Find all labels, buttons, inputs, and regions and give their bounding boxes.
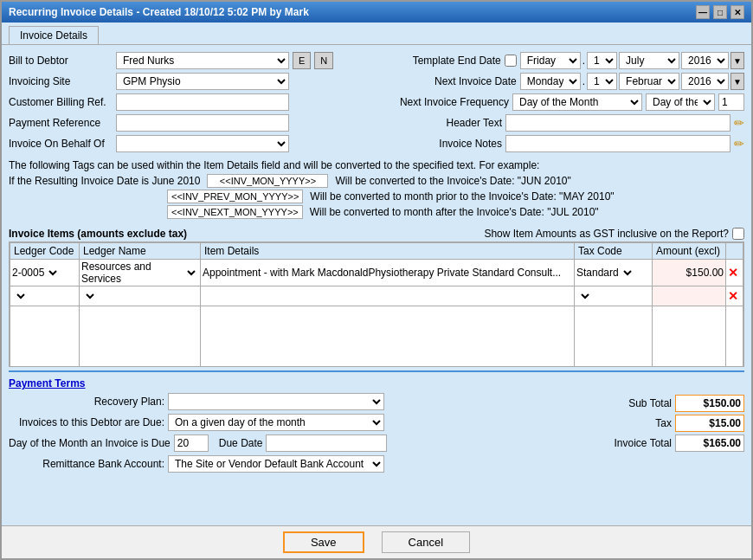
tab-bar: Invoice Details	[2, 23, 751, 45]
invoice-total-row: Invoice Total	[571, 434, 744, 452]
due-date-input[interactable]	[266, 434, 387, 452]
btn-n[interactable]: N	[314, 52, 333, 69]
header-text-edit-icon[interactable]: ✏	[734, 116, 744, 130]
close-button[interactable]: ✕	[730, 5, 744, 19]
title-controls: — □ ✕	[696, 5, 744, 19]
payment-right: Sub Total Tax Invoice Total	[571, 377, 744, 476]
template-end-date-day-select[interactable]: Friday	[520, 52, 581, 69]
maximize-button[interactable]: □	[713, 5, 727, 19]
customer-billing-input[interactable]	[116, 93, 289, 111]
next-invoice-date-label: Next Invoice Date	[404, 75, 517, 87]
cell-amount-0[interactable]: $150.00	[653, 260, 726, 286]
template-end-date-checkbox[interactable]	[505, 55, 517, 67]
payment-ref-input[interactable]	[116, 114, 289, 132]
cell-amount-1[interactable]	[653, 286, 726, 306]
tax-value[interactable]	[675, 415, 744, 432]
next-invoice-date-month-select[interactable]: February	[619, 73, 679, 90]
cancel-button[interactable]: Cancel	[382, 531, 470, 553]
next-invoice-freq-num[interactable]	[718, 93, 744, 111]
ledger-name-dropdown-0[interactable]: ▼	[183, 264, 198, 281]
template-end-date-num-select[interactable]: 1	[587, 52, 617, 69]
tax-code-value-0: Standard	[576, 267, 619, 279]
row-customer-billing: Customer Billing Ref. Next Invoice Frequ…	[9, 93, 744, 111]
tag-row-2: <<INV_NEXT_MON_YYYY>> Will be converted …	[9, 205, 744, 219]
col-delete	[726, 243, 743, 260]
invoice-notes-edit-icon[interactable]: ✏	[734, 137, 744, 151]
invoices-due-select[interactable]: On a given day of the month	[168, 414, 384, 431]
items-table-header-row: Ledger Code Ledger Name Item Details Tax…	[10, 243, 743, 260]
btn-e[interactable]: E	[293, 52, 311, 69]
next-invoice-date-day-select[interactable]: Monday	[520, 73, 581, 90]
ledger-name-value-0: Resources and Services	[81, 261, 183, 285]
next-invoice-freq-label: Next Invoice Frequency	[379, 96, 509, 108]
ledger-code-dropdown-1[interactable]: ▼	[12, 287, 28, 305]
items-header: Invoice Items (amounts exclude tax) Show…	[9, 228, 744, 240]
col-ledger-code: Ledger Code	[10, 243, 80, 260]
template-end-date-month-select[interactable]: July	[619, 52, 679, 69]
row-bill-to-debtor: Bill to Debtor Fred Nurks E N Template E…	[9, 52, 744, 69]
invoice-on-behalf-select[interactable]	[116, 135, 289, 152]
cell-tax-code-0: Standard ▼	[575, 260, 653, 286]
recovery-plan-label: Recovery Plan:	[9, 396, 164, 408]
cell-item-details-1[interactable]	[201, 286, 575, 306]
cell-ledger-code-1: ▼	[10, 286, 80, 306]
invoice-notes-input[interactable]	[505, 135, 730, 152]
tax-code-dropdown-1[interactable]: ▼	[576, 287, 592, 305]
sub-total-row: Sub Total	[571, 395, 744, 412]
main-content: Bill to Debtor Fred Nurks E N Template E…	[2, 45, 751, 525]
payment-terms-title[interactable]: Payment Terms	[9, 377, 85, 389]
day-of-month-input[interactable]	[174, 434, 209, 452]
ledger-name-dropdown-1[interactable]: ▼	[81, 287, 97, 305]
template-end-date-label: Template End Date	[389, 55, 501, 67]
cell-delete-1: ✕	[726, 286, 743, 306]
col-item-details: Item Details	[201, 243, 575, 260]
invoice-total-value[interactable]	[675, 434, 744, 452]
items-table-container[interactable]: Ledger Code Ledger Name Item Details Tax…	[9, 241, 744, 367]
cell-ledger-name-1: ▼	[80, 286, 201, 306]
bill-to-debtor-select[interactable]: Fred Nurks	[116, 52, 289, 69]
recovery-plan-select[interactable]	[168, 393, 384, 410]
template-end-date-btn[interactable]: ▼	[730, 52, 744, 69]
ledger-code-value-0: 2-0005	[12, 267, 44, 279]
col-ledger-name: Ledger Name	[80, 243, 201, 260]
delete-row-1-btn[interactable]: ✕	[728, 289, 738, 303]
next-invoice-date-year-select[interactable]: 2016	[681, 73, 729, 90]
gst-checkbox[interactable]	[732, 228, 744, 240]
next-invoice-freq-select[interactable]: Day of the Month	[512, 93, 642, 111]
next-invoice-freq-suffix-select[interactable]: Day of the Month	[646, 93, 715, 111]
template-date-dot1: .	[582, 55, 585, 67]
items-title: Invoice Items (amounts exclude tax)	[9, 228, 187, 240]
due-date-label: Due Date	[219, 437, 263, 449]
tags-intro: The following Tags can be used within th…	[9, 159, 744, 171]
tag-box-2: <<INV_NEXT_MON_YYYY>>	[167, 205, 303, 219]
header-text-label: Header Text	[433, 117, 502, 129]
template-end-date-year-select[interactable]: 2016	[681, 52, 729, 69]
day-of-month-label: Day of the Month an Invoice is Due	[9, 437, 171, 449]
next-invoice-date-num-select[interactable]: 1	[587, 73, 617, 90]
remittance-select[interactable]: The Site or Vendor Default Bank Account	[168, 455, 384, 473]
payment-terms-section: Payment Terms Recovery Plan: Invoices to…	[9, 370, 744, 476]
invoice-total-label: Invoice Total	[585, 437, 672, 449]
cell-delete-0: ✕	[726, 260, 743, 286]
next-date-dot1: .	[582, 75, 585, 87]
cell-item-details-0[interactable]: Appointment - with Mark MacdonaldPhysiot…	[201, 260, 575, 286]
footer-bar: Save Cancel	[2, 525, 751, 558]
remittance-row: Remittance Bank Account: The Site or Ven…	[9, 455, 554, 473]
invoicing-site-select[interactable]: GPM Physio	[116, 73, 289, 90]
tab-invoice-details[interactable]: Invoice Details	[9, 26, 99, 44]
ledger-code-dropdown-0[interactable]: ▼	[44, 264, 60, 281]
header-text-input[interactable]	[505, 114, 730, 132]
sub-total-value[interactable]	[675, 395, 744, 412]
minimize-button[interactable]: —	[696, 5, 710, 19]
next-invoice-date-btn[interactable]: ▼	[730, 73, 744, 90]
invoices-due-label: Invoices to this Debtor are Due:	[9, 416, 164, 428]
tag-example-label-row: If the Resulting Invoice Date is June 20…	[9, 174, 744, 188]
col-tax-code: Tax Code	[575, 243, 653, 260]
tax-code-dropdown-0[interactable]: ▼	[619, 264, 634, 281]
tag-desc-0: Will be converted to the Invoice's Date:…	[335, 175, 570, 187]
delete-row-0-btn[interactable]: ✕	[728, 266, 738, 280]
sub-total-label: Sub Total	[585, 397, 672, 409]
table-row: 2-0005 ▼ Resources and Services ▼ Ap	[10, 260, 743, 286]
save-button[interactable]: Save	[283, 531, 364, 553]
gst-row: Show Item Amounts as GST inclusive on th…	[484, 228, 744, 240]
